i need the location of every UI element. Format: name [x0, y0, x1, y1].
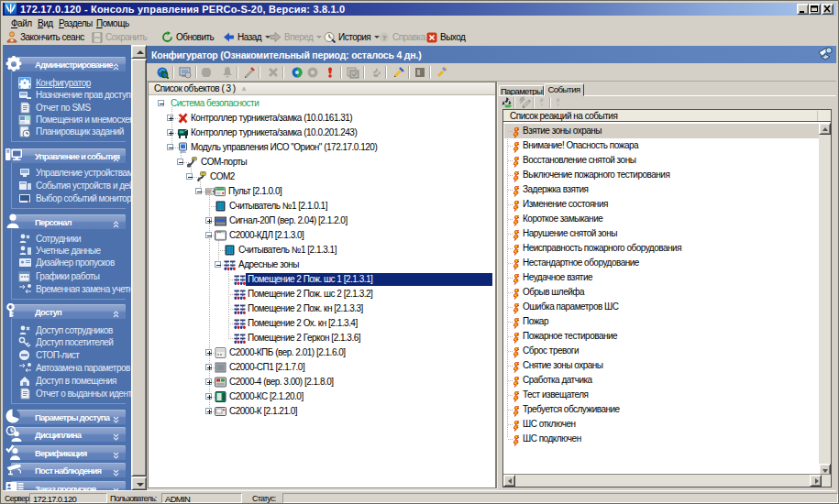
svg-text:?: ?	[382, 34, 387, 42]
